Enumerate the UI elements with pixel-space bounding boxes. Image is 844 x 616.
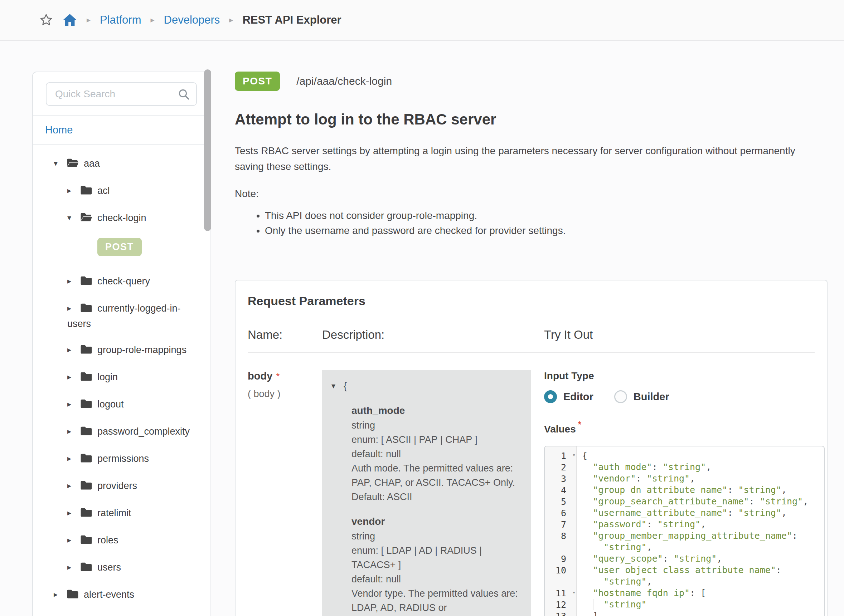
sidebar-item-label: roles	[97, 535, 119, 546]
favorite-star-icon[interactable]	[40, 13, 53, 27]
input-type-radio-group: Editor Builder	[544, 390, 825, 403]
line-number: 4	[545, 485, 576, 496]
code-text: "group_dn_attribute_name": "string",	[576, 484, 787, 496]
sidebar-item-label: check-query	[97, 276, 150, 286]
caret-down-icon[interactable]: ▾	[331, 379, 344, 393]
code-line[interactable]: 4 "group_dn_attribute_name": "string",	[545, 484, 824, 496]
caret-right-icon[interactable]: ▸	[67, 424, 80, 439]
sidebar-item-providers[interactable]: ▸ providers	[33, 479, 204, 494]
sidebar-item-label: aaa	[84, 158, 100, 169]
caret-right-icon[interactable]: ▸	[67, 533, 80, 547]
home-icon[interactable]	[62, 13, 77, 27]
breadcrumb-current-page: REST API Explorer	[242, 13, 341, 26]
folder-icon	[80, 302, 97, 317]
radio-unselected-icon[interactable]	[614, 390, 627, 403]
sidebar-item-login[interactable]: ▸ login	[33, 370, 204, 385]
code-line[interactable]: "string",	[545, 541, 824, 553]
code-line[interactable]: 9 "query_scope": "string",	[545, 553, 824, 565]
sidebar-item-acl[interactable]: ▸ acl	[33, 183, 204, 199]
radio-editor[interactable]: Editor	[544, 390, 593, 403]
caret-right-icon[interactable]: ▸	[54, 587, 66, 602]
caret-down-icon[interactable]: ▾	[67, 211, 80, 225]
schema-field-detail: enum: [ ASCII | PAP | CHAP ]	[351, 433, 522, 447]
sidebar-item-anomalies[interactable]: ▸ anomalies	[33, 615, 204, 616]
sidebar-item-roles[interactable]: ▸ roles	[33, 533, 204, 549]
code-line[interactable]: 6 "username_attribute_name": "string",	[545, 507, 824, 519]
folder-icon	[66, 588, 84, 603]
folder-icon	[80, 561, 97, 576]
caret-down-icon[interactable]: ▾	[54, 156, 66, 171]
caret-right-icon[interactable]: ▸	[67, 479, 80, 493]
caret-right-icon[interactable]: ▸	[67, 506, 80, 520]
note-list: This API does not consider group-role-ma…	[265, 208, 828, 238]
sidebar-item-ratelimit[interactable]: ▸ ratelimit	[33, 506, 204, 521]
radio-selected-icon[interactable]	[544, 390, 557, 403]
input-type-label: Input Type	[544, 370, 825, 382]
caret-right-icon[interactable]: ▸	[67, 370, 80, 384]
sidebar-item-password_complexity[interactable]: ▸ password_complexity	[33, 424, 204, 440]
schema-field-detail: default: null	[351, 572, 522, 586]
code-line[interactable]: 12 "string"	[545, 599, 824, 610]
sidebar-item-logout[interactable]: ▸ logout	[33, 397, 204, 412]
caret-right-icon[interactable]: ▸	[54, 615, 66, 616]
caret-right-icon[interactable]: ▸	[67, 183, 80, 198]
sidebar-item-aaa[interactable]: ▾ aaa	[33, 156, 204, 172]
sidebar-item-currently-logged-in-users[interactable]: ▸ currently-logged-in-users	[33, 301, 204, 331]
folder-icon	[80, 425, 97, 440]
caret-right-icon[interactable]: ▸	[67, 274, 80, 288]
chevron-separator-icon: ▸	[150, 16, 154, 24]
schema-field-detail: string	[351, 529, 522, 543]
breadcrumb-platform[interactable]: Platform	[100, 13, 141, 26]
search-icon[interactable]	[178, 88, 190, 102]
sidebar-item-check-query[interactable]: ▸ check-query	[33, 274, 204, 289]
line-number: 1▾	[545, 451, 576, 461]
caret-right-icon[interactable]: ▸	[67, 560, 80, 575]
json-values-editor[interactable]: 1▾{2 "auth_mode": "string",3 "vendor": "…	[544, 446, 825, 616]
sidebar-item-users[interactable]: ▸ users	[33, 560, 204, 576]
sidebar-item-label: acl	[97, 185, 110, 196]
sidebar-home-link[interactable]: Home	[45, 124, 73, 136]
schema-field-name: vendor	[351, 514, 522, 529]
schema-viewer: ▾{ auth_modestringenum: [ ASCII | PAP | …	[322, 370, 531, 616]
code-line[interactable]: 11▾ "hostname_fqdn_ip": [	[545, 587, 824, 599]
code-text: "string",	[576, 576, 652, 587]
code-text: "group_search_attribute_name": "string",	[576, 496, 808, 507]
sidebar-item-label: users	[97, 562, 121, 573]
caret-right-icon[interactable]: ▸	[67, 397, 80, 411]
code-line[interactable]: 10 "user_object_class_attribute_name":	[545, 565, 824, 576]
sidebar-item-group-role-mappings[interactable]: ▸ group-role-mappings	[33, 343, 204, 358]
code-line[interactable]: 1▾{	[545, 450, 824, 462]
caret-right-icon[interactable]: ▸	[67, 452, 80, 466]
code-line[interactable]: "string",	[545, 576, 824, 587]
code-line[interactable]: 7 "password": "string",	[545, 519, 824, 530]
code-line[interactable]: 3 "vendor": "string",	[545, 473, 824, 484]
search-input[interactable]	[46, 82, 197, 106]
line-number: 6	[545, 508, 576, 518]
folder-icon	[80, 344, 97, 358]
fold-caret-icon[interactable]: ▾	[572, 589, 576, 595]
caret-right-icon[interactable]: ▸	[67, 343, 80, 357]
line-number: 12	[545, 600, 576, 610]
column-header-description: Description:	[322, 328, 544, 352]
required-asterisk: *	[276, 371, 279, 382]
sidebar-item-alert-events[interactable]: ▸ alert-events	[33, 587, 204, 603]
schema-field-name: auth_mode	[351, 403, 522, 418]
sidebar-method-badge-post[interactable]: POST	[97, 238, 142, 256]
caret-right-icon[interactable]: ▸	[67, 301, 80, 315]
schema-field-detail: enum: [ LDAP | AD | RADIUS | TACACS+ ]	[351, 543, 522, 572]
line-number: 9	[545, 554, 576, 564]
sidebar-item-permissions[interactable]: ▸ permissions	[33, 452, 204, 467]
code-line[interactable]: 8 "group_member_mapping_attribute_name":	[545, 530, 824, 541]
code-text: {	[576, 450, 587, 462]
breadcrumb-developers[interactable]: Developers	[164, 13, 220, 26]
endpoint-path: /api/aaa/check-login	[296, 75, 392, 87]
folder-icon	[80, 371, 97, 385]
code-line[interactable]: 2 "auth_mode": "string",	[545, 462, 824, 473]
code-line[interactable]: 5 "group_search_attribute_name": "string…	[545, 496, 824, 507]
fold-caret-icon[interactable]: ▾	[572, 452, 576, 458]
radio-builder[interactable]: Builder	[614, 390, 669, 403]
schema-field-auth_mode: auth_modestringenum: [ ASCII | PAP | CHA…	[351, 403, 522, 504]
code-line[interactable]: 13 ],	[545, 610, 824, 616]
sidebar-item-check-login[interactable]: ▾ check-login	[33, 211, 204, 226]
folder-icon	[80, 534, 97, 549]
